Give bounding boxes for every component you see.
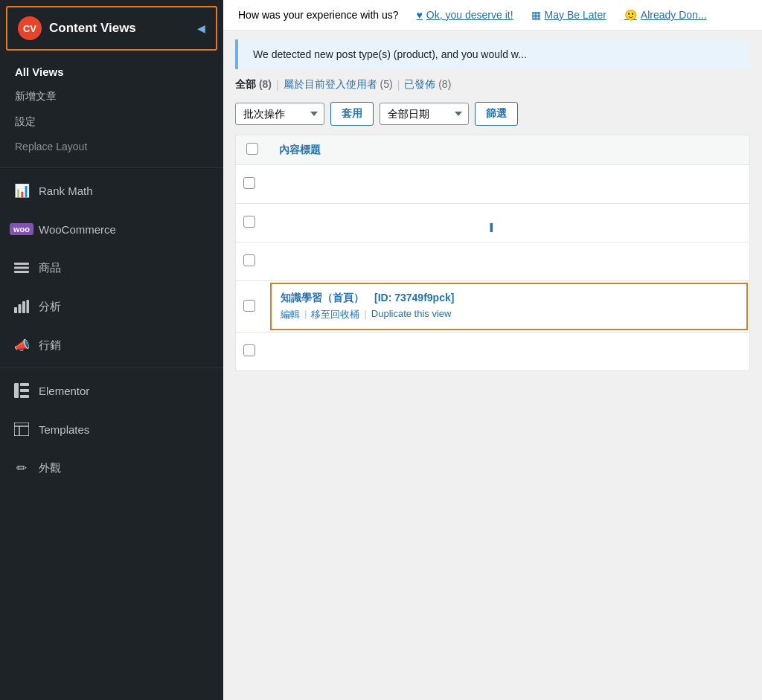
apply-button[interactable]: 套用	[330, 102, 374, 126]
products-icon	[12, 258, 31, 277]
filter-tab-all[interactable]: 全部 (8)	[235, 78, 272, 91]
notice-bar: We detected new post type(s) (product), …	[235, 39, 750, 69]
divider-2	[0, 367, 223, 368]
sidebar-item-all-views[interactable]: All Views	[0, 60, 223, 84]
row-5-checkbox[interactable]	[243, 344, 255, 356]
sidebar: CV Content Views ◀ All Views 新增文章 設定 Rep…	[0, 0, 223, 700]
rank-math-icon: 📊	[12, 181, 31, 200]
sidebar-item-analytics-label: 分析	[39, 300, 61, 314]
divider-1	[0, 167, 223, 168]
row-5-checkbox-cell	[236, 333, 269, 371]
sidebar-item-appearance[interactable]: ✏ 外觀	[0, 449, 223, 487]
row-2-checkbox[interactable]	[243, 216, 255, 228]
sidebar-item-rank-math-label: Rank Math	[39, 184, 93, 197]
row-4-edit-link[interactable]: 編輯	[281, 308, 300, 321]
feedback-text: How was your experience with us?	[238, 9, 399, 21]
table-row: ▐	[236, 204, 750, 243]
svg-rect-8	[20, 383, 29, 386]
table-row	[236, 333, 750, 371]
sidebar-item-marketing[interactable]: 📣 行銷	[0, 326, 223, 365]
brand-arrow-icon: ◀	[197, 22, 205, 34]
row-4-sep-2: |	[364, 308, 366, 321]
sidebar-item-products-label: 商品	[39, 261, 61, 275]
row-2-checkbox-cell	[236, 204, 269, 243]
svg-rect-5	[22, 301, 25, 313]
row-4-trash-link[interactable]: 移至回收桶	[311, 308, 359, 321]
feedback-ok-label: Ok, you deserve it!	[426, 9, 513, 21]
highlighted-row-content: 知識學習（首頁） [ID: 73749f9pck] 編輯 | 移至回收桶 | D…	[270, 283, 748, 330]
row-4-actions: 編輯 | 移至回收桶 | Duplicate this view	[281, 308, 737, 321]
notice-text: We detected new post type(s) (product), …	[253, 48, 527, 60]
filter-tab-current-user[interactable]: 屬於目前登入使用者 (5)	[284, 78, 393, 91]
sidebar-item-products[interactable]: 商品	[0, 248, 223, 287]
feedback-later-label: May Be Later	[545, 9, 606, 21]
select-all-checkbox[interactable]	[246, 143, 258, 155]
sidebar-brand[interactable]: CV Content Views ◀	[6, 6, 217, 51]
bulk-actions-row: 批次操作 編輯 移至回收桶 套用 全部日期 篩選	[235, 102, 750, 126]
row-2-title-cell: ▐	[269, 204, 750, 243]
sidebar-item-appearance-label: 外觀	[39, 461, 61, 475]
table-row	[236, 165, 750, 204]
sidebar-item-analytics[interactable]: 分析	[0, 287, 223, 326]
smile-icon: 🙂	[624, 9, 637, 21]
appearance-icon: ✏	[12, 458, 31, 478]
sidebar-item-replace-layout[interactable]: Replace Layout	[0, 135, 223, 158]
row-3-checkbox-cell	[236, 243, 269, 281]
table-header-checkbox-cell	[236, 135, 269, 165]
filter-button[interactable]: 篩選	[475, 102, 518, 126]
feedback-done-label: Already Don...	[641, 9, 707, 21]
row-4-checkbox[interactable]	[243, 300, 255, 312]
table-row	[236, 243, 750, 281]
content-views-submenu: All Views 新增文章 設定 Replace Layout	[0, 57, 223, 164]
templates-icon	[12, 420, 31, 439]
row-1-title-cell	[269, 165, 750, 204]
sidebar-item-templates-label: Templates	[39, 423, 89, 436]
row-4-title: 知識學習（首頁） [ID: 73749f9pck]	[281, 292, 737, 305]
svg-rect-7	[14, 383, 19, 398]
svg-rect-1	[14, 267, 29, 269]
heart-icon: ♥	[417, 9, 423, 21]
sidebar-item-rank-math[interactable]: 📊 Rank Math	[0, 171, 223, 210]
elementor-icon	[12, 381, 31, 400]
woocommerce-icon: woo	[12, 219, 31, 239]
sidebar-item-woocommerce-label: WooCommerce	[39, 223, 116, 236]
table-header-title: 內容標題	[269, 135, 750, 165]
main-content: How was your experience with us? ♥ Ok, y…	[223, 0, 762, 700]
sidebar-item-woocommerce[interactable]: woo WooCommerce	[0, 210, 223, 248]
analytics-icon	[12, 297, 31, 316]
svg-rect-0	[14, 263, 29, 265]
feedback-bar: How was your experience with us? ♥ Ok, y…	[223, 0, 762, 30]
row-3-checkbox[interactable]	[243, 254, 255, 266]
filter-tabs: 全部 (8) | 屬於目前登入使用者 (5) | 已發佈 (8)	[235, 78, 750, 91]
row-3-title-cell	[269, 243, 750, 281]
grid-icon: ▦	[531, 9, 541, 21]
sidebar-item-elementor[interactable]: Elementor	[0, 371, 223, 410]
table-row-highlighted: 知識學習（首頁） [ID: 73749f9pck] 編輯 | 移至回收桶 | D…	[236, 281, 750, 333]
row-4-checkbox-cell	[236, 281, 269, 333]
svg-rect-9	[20, 389, 29, 392]
sidebar-item-marketing-label: 行銷	[39, 338, 61, 353]
feedback-ok-link[interactable]: ♥ Ok, you deserve it!	[417, 9, 513, 21]
filter-sep-1: |	[276, 79, 279, 91]
sidebar-item-templates[interactable]: Templates	[0, 410, 223, 449]
content-area: 全部 (8) | 屬於目前登入使用者 (5) | 已發佈 (8) 批次操作 編輯…	[223, 72, 762, 386]
row-1-checkbox[interactable]	[243, 177, 255, 189]
brand-title: Content Views	[49, 21, 136, 36]
row-4-title-cell: 知識學習（首頁） [ID: 73749f9pck] 編輯 | 移至回收桶 | D…	[269, 281, 750, 333]
filter-sep-2: |	[397, 79, 400, 91]
svg-rect-4	[19, 304, 22, 313]
sidebar-item-settings[interactable]: 設定	[0, 109, 223, 135]
svg-rect-10	[20, 395, 29, 398]
date-filter-select[interactable]: 全部日期	[380, 103, 469, 125]
sidebar-item-add-new[interactable]: 新增文章	[0, 84, 223, 109]
feedback-done-link[interactable]: 🙂 Already Don...	[624, 9, 707, 21]
bulk-action-select[interactable]: 批次操作 編輯 移至回收桶	[235, 103, 324, 125]
row-4-duplicate-link[interactable]: Duplicate this view	[371, 308, 452, 321]
svg-rect-6	[27, 300, 30, 313]
sidebar-item-elementor-label: Elementor	[39, 385, 89, 397]
filter-tab-published[interactable]: 已發佈 (8)	[404, 78, 451, 91]
feedback-later-link[interactable]: ▦ May Be Later	[531, 9, 606, 21]
brand-badge: CV	[18, 16, 42, 40]
svg-rect-2	[14, 271, 29, 273]
marketing-icon: 📣	[12, 335, 31, 355]
